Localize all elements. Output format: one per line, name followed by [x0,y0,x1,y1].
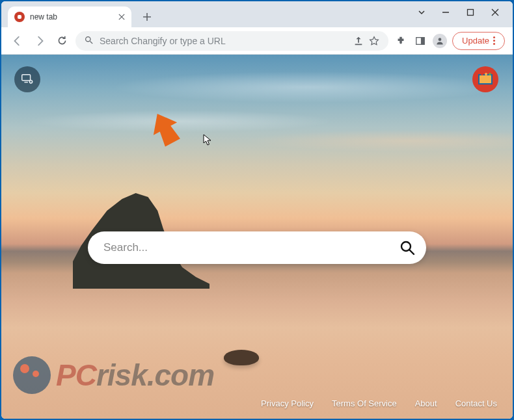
window-maximize-button[interactable] [458,3,483,22]
svg-point-1 [86,36,90,41]
side-panel-icon[interactable] [413,36,427,46]
svg-point-4 [439,38,442,41]
back-button[interactable] [9,33,26,49]
toolbar-right: Update [394,32,505,50]
tab-title: new tab [30,12,57,21]
footer-about-link[interactable]: About [415,399,437,408]
page-search-input[interactable] [103,241,396,254]
toolbar: Search Changify or type a URL Upd [1,27,513,55]
browser-window: new tab [1,1,513,419]
footer-contact-link[interactable]: Contact Us [455,399,497,408]
page-search-submit[interactable] [396,237,418,259]
svg-rect-3 [421,37,424,44]
extensions-icon[interactable] [394,36,408,46]
search-icon [399,240,415,256]
footer-terms-link[interactable]: Terms Of Service [332,399,397,408]
more-menu-icon [493,36,495,45]
omnibox[interactable]: Search Changify or type a URL [75,31,388,51]
bookmark-star-icon[interactable] [369,36,379,46]
tab-search-button[interactable] [410,3,433,22]
extension-window-icon [478,74,493,85]
tab-favicon-icon [14,12,25,22]
window-controls [410,1,507,23]
share-icon[interactable] [353,36,364,46]
profile-avatar[interactable] [433,34,447,48]
svg-rect-0 [468,10,474,16]
omnibox-placeholder: Search Changify or type a URL [100,36,226,46]
new-tab-page: Privacy Policy Terms Of Service About Co… [1,55,513,419]
update-button[interactable]: Update [452,32,505,50]
active-tab[interactable]: new tab [8,7,131,27]
forward-button[interactable] [31,33,48,49]
page-search-bar[interactable] [88,231,426,264]
titlebar: new tab [1,1,513,27]
page-settings-button[interactable] [14,66,40,92]
footer-links: Privacy Policy Terms Of Service About Co… [261,399,497,408]
beach-rock [224,350,259,365]
window-close-button[interactable] [483,3,507,22]
extension-badge-button[interactable] [472,66,498,92]
search-icon [85,36,93,46]
reload-button[interactable] [53,33,70,49]
svg-rect-5 [22,75,31,81]
monitor-gear-icon [20,72,34,86]
tab-close-button[interactable] [118,12,125,22]
footer-privacy-link[interactable]: Privacy Policy [261,399,314,408]
update-label: Update [462,36,489,46]
new-tab-button[interactable] [138,8,156,26]
window-minimize-button[interactable] [433,3,458,22]
